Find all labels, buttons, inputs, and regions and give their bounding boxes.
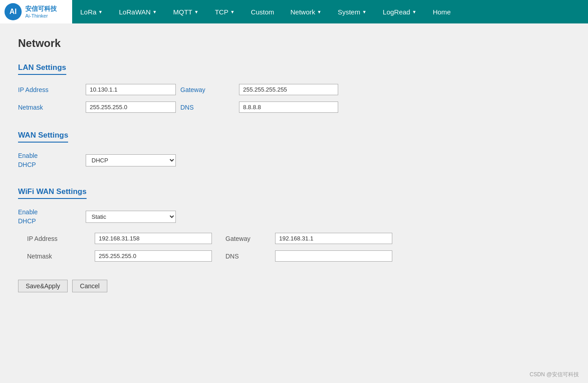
wifi-gateway-label: Gateway bbox=[216, 235, 271, 242]
nav-lora-label: LoRa bbox=[80, 8, 96, 16]
nav-item-home[interactable]: Home bbox=[425, 0, 459, 23]
wifi-wan-dhcp-form: EnableDHCP Static DHCP bbox=[18, 208, 523, 226]
nav-network-arrow: ▼ bbox=[317, 9, 322, 14]
nav-logread-arrow: ▼ bbox=[412, 9, 417, 14]
wifi-netmask-input[interactable] bbox=[95, 250, 212, 262]
save-apply-button[interactable]: Save&Apply bbox=[18, 280, 68, 292]
nav-item-system[interactable]: System ▼ bbox=[330, 0, 375, 23]
nav-item-mqtt[interactable]: MQTT ▼ bbox=[165, 0, 207, 23]
wifi-dns-input[interactable] bbox=[275, 250, 392, 262]
navbar: AI 安信可科技 Ai-Thinker LoRa ▼ LoRaWAN ▼ MQT… bbox=[0, 0, 588, 23]
wifi-wan-settings-section: WiFi WAN Settings EnableDHCP Static DHCP… bbox=[18, 187, 523, 262]
nav-home-label: Home bbox=[433, 8, 451, 16]
lan-gateway-input[interactable] bbox=[239, 84, 338, 95]
button-row: Save&Apply Cancel bbox=[18, 280, 523, 292]
lan-settings-form: IP Address Gateway Netmask DNS bbox=[18, 84, 523, 113]
brand-sub: Ai-Thinker bbox=[25, 13, 57, 18]
nav-item-tcp[interactable]: TCP ▼ bbox=[207, 0, 243, 23]
nav-tcp-label: TCP bbox=[215, 8, 228, 16]
nav-mqtt-label: MQTT bbox=[173, 8, 193, 16]
wan-dhcp-select[interactable]: DHCP Static bbox=[86, 154, 176, 166]
lan-dns-input[interactable] bbox=[239, 102, 338, 113]
nav-network-label: Network bbox=[290, 8, 315, 16]
nav-lorawan-arrow: ▼ bbox=[152, 9, 157, 14]
nav-system-label: System bbox=[338, 8, 360, 16]
wifi-ip-label: IP Address bbox=[18, 235, 90, 242]
nav-item-network[interactable]: Network ▼ bbox=[282, 0, 330, 23]
lan-dns-label: DNS bbox=[180, 104, 234, 111]
brand-name: 安信可科技 bbox=[25, 5, 57, 13]
lan-netmask-label: Netmask bbox=[18, 104, 81, 111]
wan-settings-section: WAN Settings EnableDHCP DHCP Static bbox=[18, 131, 523, 169]
wifi-netmask-label: Netmask bbox=[18, 253, 90, 260]
wifi-enable-dhcp-label: EnableDHCP bbox=[18, 208, 81, 226]
lan-ip-label: IP Address bbox=[18, 86, 81, 93]
nav-item-custom[interactable]: Custom bbox=[243, 0, 282, 23]
lan-settings-section: LAN Settings IP Address Gateway Netmask … bbox=[18, 63, 523, 113]
cancel-button[interactable]: Cancel bbox=[72, 280, 107, 292]
page-title: Network bbox=[18, 37, 523, 50]
nav-system-arrow: ▼ bbox=[362, 9, 367, 14]
nav-items: LoRa ▼ LoRaWAN ▼ MQTT ▼ TCP ▼ Custom Net… bbox=[72, 0, 588, 23]
wifi-wan-settings-title: WiFi WAN Settings bbox=[18, 187, 87, 199]
main-content: Network LAN Settings IP Address Gateway … bbox=[0, 23, 541, 306]
nav-lora-arrow: ▼ bbox=[98, 9, 103, 14]
brand-text: 安信可科技 Ai-Thinker bbox=[25, 5, 57, 18]
brand-logo-text: AI bbox=[9, 8, 17, 16]
nav-item-lora[interactable]: LoRa ▼ bbox=[72, 0, 111, 23]
nav-custom-label: Custom bbox=[251, 8, 274, 16]
nav-logread-label: LogRead bbox=[383, 8, 410, 16]
lan-ip-input[interactable] bbox=[86, 84, 176, 95]
lan-gateway-label: Gateway bbox=[180, 86, 234, 93]
brand: AI 安信可科技 Ai-Thinker bbox=[0, 0, 72, 23]
nav-mqtt-arrow: ▼ bbox=[194, 9, 198, 14]
wan-settings-form: EnableDHCP DHCP Static bbox=[18, 152, 523, 169]
wifi-dns-label: DNS bbox=[216, 253, 271, 260]
brand-logo: AI bbox=[5, 3, 22, 20]
nav-item-logread[interactable]: LogRead ▼ bbox=[375, 0, 425, 23]
wifi-wan-sub-form: IP Address Gateway Netmask DNS bbox=[18, 233, 523, 262]
wifi-gateway-input[interactable] bbox=[275, 233, 392, 244]
wifi-ip-input[interactable] bbox=[95, 233, 212, 244]
wan-enable-dhcp-label: EnableDHCP bbox=[18, 152, 81, 169]
nav-item-lorawan[interactable]: LoRaWAN ▼ bbox=[111, 0, 165, 23]
wan-settings-title: WAN Settings bbox=[18, 131, 68, 143]
lan-settings-title: LAN Settings bbox=[18, 63, 66, 75]
nav-tcp-arrow: ▼ bbox=[230, 9, 234, 14]
nav-lorawan-label: LoRaWAN bbox=[119, 8, 151, 16]
wifi-dhcp-select[interactable]: Static DHCP bbox=[86, 211, 176, 223]
lan-netmask-input[interactable] bbox=[86, 102, 176, 113]
